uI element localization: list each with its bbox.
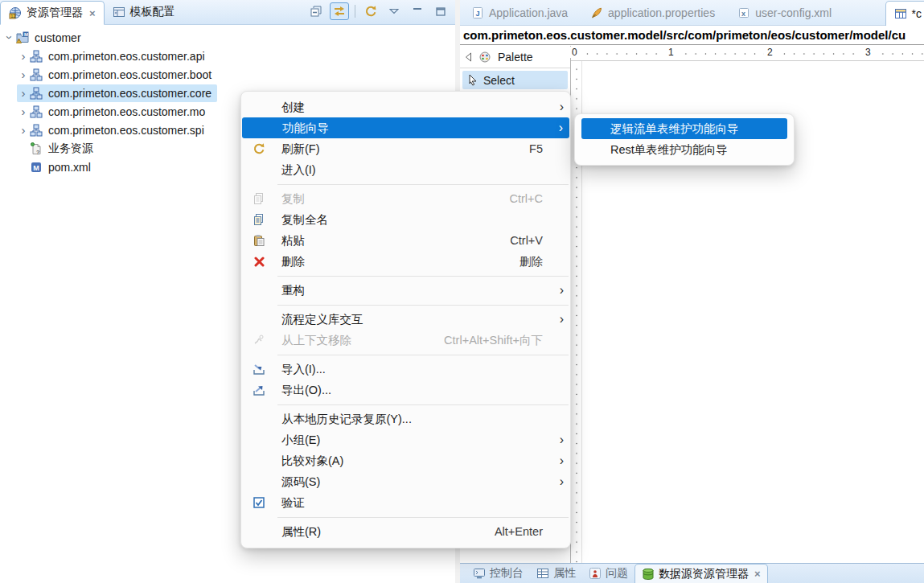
- ruler-number: 1: [665, 47, 677, 58]
- menu-separator: [277, 404, 569, 405]
- tab-template-config[interactable]: 模板配置: [105, 0, 183, 24]
- tree-item-label: 业务资源: [48, 142, 96, 156]
- menu-item-properties[interactable]: 属性(R) Alt+Enter: [241, 521, 570, 542]
- tree-item-label: com.primeton.eos.customer.api: [48, 50, 207, 63]
- palette-title: Palette: [498, 51, 533, 64]
- console-icon: [473, 567, 486, 580]
- submenu-arrow-icon: ›: [552, 284, 564, 297]
- copy-icon: [250, 191, 268, 206]
- menu-separator: [277, 184, 569, 185]
- palette-tool-select[interactable]: Select: [462, 71, 568, 89]
- refresh-icon: [250, 142, 268, 156]
- view-menu-icon[interactable]: [384, 2, 404, 20]
- svg-text:?: ?: [36, 149, 39, 154]
- menu-item-create[interactable]: 创建 ›: [241, 96, 570, 117]
- palette-header[interactable]: Palette: [460, 46, 570, 68]
- chevron-down-icon[interactable]: [3, 31, 17, 44]
- svg-text:x: x: [741, 9, 745, 17]
- view-toolbar: [306, 2, 450, 20]
- delete-icon: [250, 254, 268, 269]
- tab-properties[interactable]: 属性: [530, 564, 582, 583]
- menu-item-refresh[interactable]: 刷新(F) F5: [241, 138, 570, 159]
- submenu-arrow-icon: ›: [552, 313, 564, 326]
- editor-tab-label: application.properties: [608, 6, 715, 19]
- menu-item-delete[interactable]: 删除 删除: [241, 251, 570, 272]
- view-tab-label: 资源管理器: [27, 6, 83, 20]
- collapse-all-icon[interactable]: [306, 2, 326, 20]
- remove-from-context-icon: [250, 333, 268, 347]
- menu-item-restore-from-history[interactable]: 从本地历史记录复原(Y)...: [241, 409, 570, 429]
- maven-file-icon: M: [30, 161, 44, 174]
- menu-item-copy-qualified-name[interactable]: 复制全名: [241, 209, 570, 230]
- editor-tab-application-properties[interactable]: application.properties: [579, 0, 726, 25]
- close-icon[interactable]: ×: [754, 568, 761, 580]
- select-cursor-icon: [467, 74, 478, 86]
- data-source-explorer-icon: [642, 568, 655, 581]
- chevron-right-icon[interactable]: [17, 86, 30, 100]
- menu-item-copy: 复制 Ctrl+C: [241, 188, 570, 209]
- tree-item-label: customer: [35, 31, 84, 44]
- menu-item-function-wizard[interactable]: 功能向导 ›: [242, 117, 569, 138]
- properties-table-icon: [536, 567, 549, 580]
- tab-problems[interactable]: 问题: [582, 564, 634, 583]
- svg-text:J: J: [476, 9, 480, 17]
- maximize-icon[interactable]: [431, 2, 450, 20]
- palette-tool-label: Select: [483, 74, 515, 87]
- tree-row-package[interactable]: com.primeton.eos.customer.boot: [0, 65, 455, 84]
- tree-row-customer[interactable]: M! customer: [0, 28, 455, 47]
- breadcrumb[interactable]: com.primeton.eos.customer.model/src/com/…: [463, 28, 906, 42]
- module-icon: [30, 87, 44, 100]
- tab-resource-manager[interactable]: 12 资源管理器 ×: [0, 1, 105, 25]
- chevron-right-icon[interactable]: [17, 68, 30, 81]
- maven-project-icon: M!: [16, 31, 31, 44]
- menu-item-source[interactable]: 源码(S) ›: [241, 471, 570, 492]
- ruler-number: 0: [569, 47, 581, 58]
- menu-separator: [277, 305, 569, 306]
- toolbar-separator: [355, 5, 355, 18]
- bottom-tab-label: 属性: [553, 566, 576, 581]
- submenu-item-rest-wizard[interactable]: Rest单表维护功能向导: [575, 139, 794, 160]
- menu-item-compare-with[interactable]: 比较对象(A) ›: [241, 450, 570, 471]
- editor-tabbar: J Application.java application.propertie…: [460, 0, 924, 26]
- editor-tab-label: user-config.xml: [755, 6, 832, 19]
- menu-item-export[interactable]: 导出(O)...: [241, 380, 570, 400]
- editor-tab-user-config-xml[interactable]: x user-config.xml: [726, 0, 843, 25]
- menu-item-refactor[interactable]: 重构 ›: [241, 280, 570, 301]
- tab-data-source-explorer[interactable]: 数据源资源管理器 ×: [634, 564, 768, 583]
- properties-file-icon: [590, 6, 603, 19]
- minimize-icon[interactable]: [408, 2, 427, 20]
- tab-console[interactable]: 控制台: [466, 564, 530, 583]
- menu-separator: [277, 355, 569, 355]
- tree-item-label: com.primeton.eos.customer.mo: [48, 105, 207, 118]
- menu-item-process-library[interactable]: 流程定义库交互 ›: [241, 309, 570, 330]
- collapse-palette-icon[interactable]: [465, 52, 472, 62]
- ruler-number: 2: [764, 47, 776, 58]
- tree-row-package[interactable]: com.primeton.eos.customer.api: [0, 47, 455, 65]
- submenu-arrow-icon: ›: [552, 101, 564, 113]
- chevron-right-icon[interactable]: [17, 105, 30, 118]
- module-icon: [30, 50, 44, 63]
- close-icon[interactable]: ×: [89, 7, 96, 19]
- chevron-right-icon[interactable]: [17, 123, 30, 137]
- view-tabbar: 12 资源管理器 × 模板配置: [0, 0, 455, 25]
- xml-file-icon: x: [737, 6, 750, 19]
- context-menu: 创建 › 功能向导 › 刷新(F) F5 进入(I) 复制 Ctr: [240, 91, 571, 548]
- menu-item-team[interactable]: 小组(E) ›: [241, 429, 570, 450]
- module-icon: [30, 68, 44, 81]
- menu-item-paste[interactable]: 粘贴 Ctrl+V: [241, 230, 570, 251]
- link-with-editor-icon[interactable]: [330, 2, 349, 20]
- problems-icon: [589, 567, 602, 580]
- menu-item-import[interactable]: 导入(I)...: [241, 359, 570, 380]
- chevron-right-icon[interactable]: [17, 49, 30, 63]
- bottom-tab-label: 控制台: [490, 566, 524, 581]
- refresh-icon[interactable]: [361, 2, 380, 20]
- submenu-item-logicflow-wizard[interactable]: 逻辑流单表维护功能向导: [581, 118, 787, 139]
- module-icon: [30, 124, 44, 137]
- template-config-icon: [113, 6, 125, 18]
- editor-tab-application-java[interactable]: J Application.java: [460, 0, 579, 25]
- menu-item-validate[interactable]: 验证: [241, 492, 570, 513]
- checkbox-checked-icon[interactable]: [250, 495, 268, 510]
- menu-item-go-into[interactable]: 进入(I): [241, 159, 570, 180]
- tree-item-label: com.primeton.eos.customer.core: [48, 87, 214, 100]
- editor-tab-active-table[interactable]: *c: [885, 1, 924, 26]
